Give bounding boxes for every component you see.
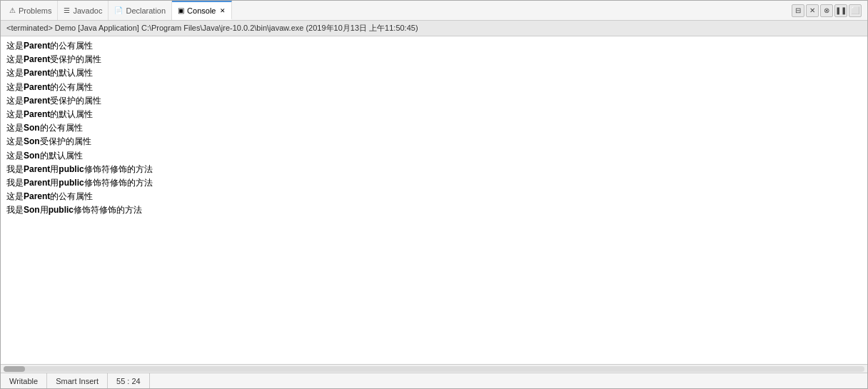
- status-writable: Writable: [1, 373, 47, 388]
- console-line-4: 这是Parent的公有属性: [6, 81, 862, 94]
- tab-bar-left: ⚠ Problems ☰ Javadoc 📄 Declaration ▣ Con…: [4, 1, 232, 20]
- status-smart-insert: Smart Insert: [47, 373, 108, 388]
- console-line-12: 这是Parent的公有属性: [6, 190, 862, 203]
- tab-console-label: Console: [187, 6, 216, 15]
- tab-bar-right: ⊟ ✕ ⊗ ❚❚ ⬜: [792, 4, 864, 17]
- console-line-3: 这是Parent的默认属性: [6, 66, 862, 80]
- toolbar-btn-1[interactable]: ⊟: [792, 4, 804, 17]
- javadoc-icon: ☰: [64, 6, 70, 14]
- scrollbar-track[interactable]: [4, 366, 864, 372]
- horizontal-scrollbar[interactable]: [1, 364, 867, 373]
- console-output: 这是Parent的公有属性 这是Parent受保护的属性 这是Parent的默认…: [1, 36, 867, 364]
- console-line-8: 这是Son受保护的属性: [6, 135, 862, 148]
- toolbar-btn-pin[interactable]: ⊗: [820, 4, 833, 17]
- console-header: <terminated> Demo [Java Application] C:\…: [1, 21, 867, 36]
- console-line-7: 这是Son的公有属性: [6, 121, 862, 135]
- main-window: ⚠ Problems ☰ Javadoc 📄 Declaration ▣ Con…: [0, 0, 868, 389]
- toolbar-btn-close[interactable]: ✕: [806, 4, 819, 17]
- console-line-9: 这是Son的默认属性: [6, 149, 862, 163]
- declaration-icon: 📄: [114, 6, 123, 14]
- tab-declaration[interactable]: 📄 Declaration: [108, 1, 172, 20]
- tab-javadoc-label: Javadoc: [73, 6, 102, 15]
- status-bar: Writable Smart Insert 55 : 24: [1, 373, 867, 388]
- status-position: 55 : 24: [108, 373, 150, 388]
- scrollbar-thumb[interactable]: [4, 366, 25, 372]
- tab-declaration-label: Declaration: [126, 6, 166, 15]
- tab-bar: ⚠ Problems ☰ Javadoc 📄 Declaration ▣ Con…: [1, 1, 867, 21]
- console-header-text: <terminated> Demo [Java Application] C:\…: [6, 23, 418, 34]
- tab-problems-label: Problems: [19, 6, 51, 15]
- console-close-icon[interactable]: ✕: [220, 7, 226, 14]
- tab-problems[interactable]: ⚠ Problems: [4, 1, 58, 20]
- tab-javadoc[interactable]: ☰ Javadoc: [58, 1, 108, 20]
- console-line-11: 我是Parent用public修饰符修饰的方法: [6, 176, 862, 190]
- console-icon: ▣: [178, 6, 184, 14]
- toolbar-btn-5[interactable]: ⬜: [849, 4, 862, 17]
- toolbar-btn-pause[interactable]: ❚❚: [834, 4, 847, 17]
- console-line-6: 这是Parent的默认属性: [6, 108, 862, 121]
- console-line-13: 我是Son用public修饰符修饰的方法: [6, 203, 862, 217]
- console-line-2: 这是Parent受保护的属性: [6, 53, 862, 66]
- console-line-5: 这是Parent受保护的属性: [6, 94, 862, 108]
- console-line-10: 我是Parent用public修饰符修饰的方法: [6, 163, 862, 176]
- problems-icon: ⚠: [9, 6, 16, 14]
- tab-console[interactable]: ▣ Console ✕: [172, 1, 232, 20]
- console-line-1: 这是Parent的公有属性: [6, 39, 862, 53]
